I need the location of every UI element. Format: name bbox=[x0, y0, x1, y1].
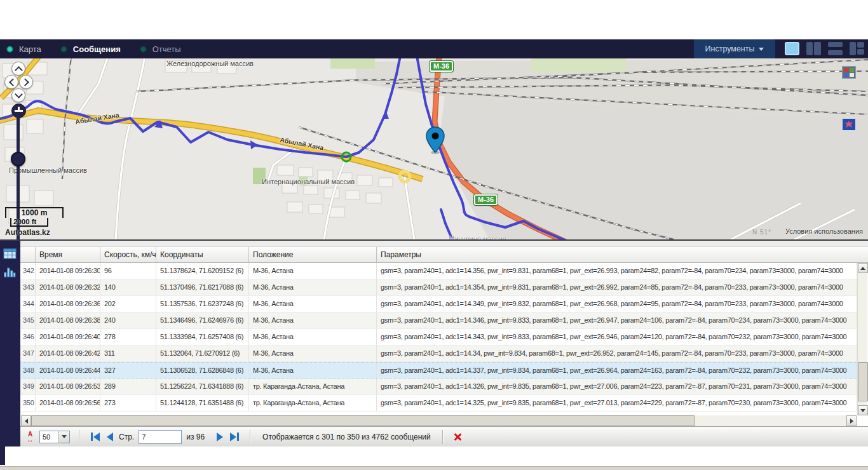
tab-label: Карта bbox=[19, 44, 41, 54]
cell-speed: 202 bbox=[100, 296, 156, 312]
layout-split-vertical-icon[interactable] bbox=[806, 42, 821, 55]
map-panel[interactable]: Железнодорожный массив Интернациональный… bbox=[0, 58, 868, 239]
district-label-railway: Железнодорожный массив bbox=[166, 60, 254, 67]
header-parameters[interactable]: Параметры bbox=[377, 247, 868, 262]
cell-coords: 51.1378624, 71.6209152 (6) bbox=[156, 263, 249, 279]
cell-time: 2014-01-08 09:26:36 bbox=[36, 296, 100, 312]
prev-page-button[interactable] bbox=[105, 431, 114, 443]
scroll-up-button[interactable] bbox=[858, 263, 868, 273]
cell-params: gsm=3, param240=1, adc1=14.349, pwr_int=… bbox=[377, 296, 857, 312]
table-row[interactable]: 3422014-01-08 09:26:309651.1378624, 71.6… bbox=[20, 263, 857, 279]
pan-up-button[interactable] bbox=[11, 62, 25, 76]
cell-coords: 51.1333984, 71.6257408 (6) bbox=[156, 329, 249, 345]
scroll-right-button[interactable] bbox=[846, 415, 857, 426]
cell-params: gsm=3, param240=1, adc1=14.34, pwr_int=9… bbox=[377, 346, 857, 361]
cell-location: М-36, Астана bbox=[249, 279, 377, 295]
scale-bar-imperial: 2000 ft bbox=[10, 218, 48, 227]
horizontal-scroll-thumb[interactable] bbox=[31, 415, 695, 426]
layout-split-horizontal-icon[interactable] bbox=[828, 42, 843, 55]
layout-split-mixed-icon[interactable] bbox=[850, 42, 864, 55]
cell-speed: 289 bbox=[100, 379, 156, 394]
autofit-columns-icon[interactable]: А ↔ bbox=[27, 432, 34, 442]
pan-right-button[interactable] bbox=[19, 75, 33, 89]
table-row[interactable]: 3452014-01-08 09:26:3824051.1346496, 71.… bbox=[20, 312, 857, 329]
next-page-button[interactable] bbox=[215, 431, 224, 443]
cell-time: 2014-01-08 09:26:44 bbox=[36, 363, 100, 378]
tab-label: Сообщения bbox=[73, 44, 121, 54]
table-row[interactable]: 3482014-01-08 09:26:4432751.1306528, 71.… bbox=[20, 362, 857, 379]
tab-status-dot bbox=[140, 46, 147, 53]
main-navbar: КартаСообщенияОтчеты Инструменты bbox=[0, 39, 868, 58]
cell-params: gsm=3, param240=1, adc1=14.346, pwr_int=… bbox=[377, 312, 857, 328]
table-row[interactable]: 3502014-01-08 09:26:5627351.1244128, 71.… bbox=[20, 395, 857, 412]
total-pages-label: из 96 bbox=[186, 433, 205, 441]
page-size-select[interactable]: 50 bbox=[39, 431, 70, 443]
cell-num: 347 bbox=[20, 346, 36, 361]
cell-coords: 51.1357536, 71.6237248 (6) bbox=[156, 296, 249, 312]
table-row[interactable]: 3462014-01-08 09:26:4027851.1333984, 71.… bbox=[20, 329, 857, 346]
zoom-slider-handle[interactable] bbox=[11, 152, 25, 166]
cell-num: 349 bbox=[20, 379, 36, 394]
nav-tabs: КартаСообщенияОтчеты bbox=[6, 39, 200, 58]
table-header: Время Скорость, км/ч Координаты Положени… bbox=[20, 246, 868, 263]
dropdown-arrow-icon[interactable] bbox=[58, 431, 69, 443]
scroll-left-button[interactable] bbox=[21, 415, 31, 426]
cell-location: М-36, Астана bbox=[249, 329, 377, 345]
cell-speed: 240 bbox=[100, 312, 156, 328]
header-location[interactable]: Положение bbox=[249, 247, 377, 262]
page-label: Стр. bbox=[119, 433, 134, 441]
tab-map[interactable]: Карта bbox=[6, 44, 41, 54]
cell-time: 2014-01-08 09:26:42 bbox=[36, 346, 100, 361]
cell-num: 342 bbox=[20, 263, 36, 279]
cell-num: 343 bbox=[20, 279, 36, 295]
map-type-icon[interactable] bbox=[842, 66, 856, 79]
vertical-scrollbar[interactable] bbox=[857, 263, 867, 415]
terms-of-use-link[interactable]: Условия использования bbox=[785, 227, 863, 235]
layout-single-icon[interactable] bbox=[785, 42, 799, 55]
cell-num: 348 bbox=[20, 363, 36, 378]
pager-status-text: Отображается с 301 по 350 из 4762 сообще… bbox=[262, 433, 431, 441]
cell-params: gsm=3, param240=1, adc1=14.337, pwr_int=… bbox=[377, 363, 857, 378]
table-row[interactable]: 3442014-01-08 09:26:3620251.1357536, 71.… bbox=[20, 296, 857, 312]
page-number-input[interactable] bbox=[139, 430, 182, 444]
layout-switcher bbox=[785, 42, 864, 55]
header-speed[interactable]: Скорость, км/ч bbox=[100, 247, 156, 262]
messages-table-icon[interactable] bbox=[3, 248, 17, 262]
cell-coords: 51.1256224, 71.6341888 (6) bbox=[156, 379, 249, 394]
header-time[interactable]: Время bbox=[36, 247, 100, 262]
table-row[interactable]: 3492014-01-08 09:26:5328951.1256224, 71.… bbox=[20, 379, 857, 395]
pan-left-button[interactable] bbox=[4, 75, 18, 89]
table-row[interactable]: 3472014-01-08 09:26:4231151.132064, 71.6… bbox=[20, 346, 857, 362]
tab-reports[interactable]: Отчеты bbox=[140, 44, 181, 54]
table-row[interactable]: 3432014-01-08 09:26:3214051.1370496, 71.… bbox=[20, 279, 857, 296]
overview-map-icon[interactable] bbox=[842, 118, 856, 131]
tab-status-dot bbox=[6, 46, 13, 53]
tab-messages[interactable]: Сообщения bbox=[60, 44, 121, 54]
table-body: 3422014-01-08 09:26:309651.1378624, 71.6… bbox=[20, 263, 857, 412]
horizontal-scrollbar[interactable] bbox=[21, 415, 857, 426]
header-coordinates[interactable]: Координаты bbox=[156, 247, 249, 262]
cell-speed: 273 bbox=[100, 395, 156, 411]
vertical-scroll-thumb[interactable] bbox=[858, 362, 868, 401]
map-coordinates-readout: N 51° bbox=[752, 229, 771, 236]
district-label-international: Интернациональный массив bbox=[262, 178, 355, 185]
cell-coords: 51.1346496, 71.6246976 (6) bbox=[156, 312, 249, 328]
scroll-down-button[interactable] bbox=[858, 405, 868, 415]
clear-messages-icon[interactable] bbox=[452, 432, 463, 442]
cell-time: 2014-01-08 09:26:56 bbox=[36, 395, 100, 411]
bottom-strip bbox=[0, 466, 868, 470]
tab-label: Отчеты bbox=[153, 44, 181, 54]
cell-num: 346 bbox=[20, 329, 36, 345]
last-page-button[interactable] bbox=[229, 431, 241, 443]
cell-num: 350 bbox=[20, 395, 36, 411]
cell-time: 2014-01-08 09:26:40 bbox=[36, 329, 100, 345]
road-badge-m36: М-36 bbox=[430, 61, 453, 72]
cell-params: gsm=3, param240=1, adc1=14.356, pwr_int=… bbox=[377, 263, 857, 279]
pan-down-button[interactable] bbox=[11, 88, 25, 102]
cell-location: М-36, Астана bbox=[249, 296, 377, 312]
cell-params: gsm=3, param240=1, adc1=14.343, pwr_int=… bbox=[377, 329, 857, 345]
first-page-button[interactable] bbox=[89, 431, 101, 443]
tools-menu-button[interactable]: Инструменты bbox=[694, 39, 775, 58]
cell-speed: 140 bbox=[100, 279, 156, 295]
charts-icon[interactable] bbox=[3, 266, 16, 280]
